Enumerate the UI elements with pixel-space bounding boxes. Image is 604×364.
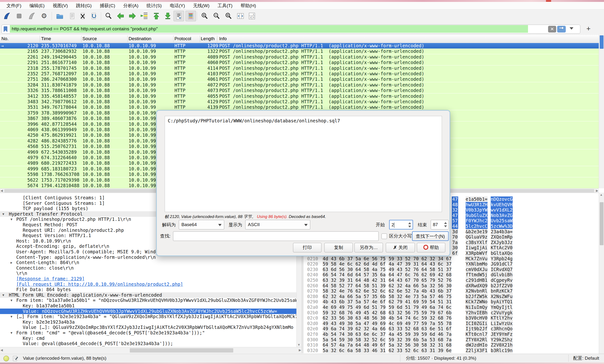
expander-open-icon[interactable]: ▼: [11, 330, 13, 336]
details-line[interactable]: Value: nDQzovcGhwU3R1ZHkvUEhQVHV0b3JpYWw…: [0, 309, 296, 314]
packet-row[interactable]: 2751286.24706830010.0.10.8810.0.10.99HTT…: [0, 76, 599, 82]
hex-row[interactable]: 02904b 43 6b 37 5a 57 4e 6f62 79 41 69 5…: [303, 299, 599, 304]
go-top-icon[interactable]: [151, 11, 162, 21]
hex-row[interactable]: 028062 32 4a 66 5a 57 35 6b58 32 4e 73 5…: [303, 294, 599, 299]
menu-item[interactable]: 捕获(C): [96, 2, 119, 10]
expander-open-icon[interactable]: ▼: [11, 298, 13, 303]
resize-columns-icon[interactable]: [235, 11, 246, 21]
scroll-left-arrow-icon[interactable]: ◀: [0, 349, 3, 352]
show-as-select[interactable]: ASCII: [245, 220, 310, 229]
scroll-right-arrow-icon[interactable]: ▶: [299, 349, 301, 352]
status-profile[interactable]: 配置: Default: [573, 354, 599, 363]
column-header-no[interactable]: No.: [1, 35, 9, 43]
decoded-bytes-area[interactable]: C:/phpStudy/PHPTutorial/WWW/onlineshop/d…: [165, 116, 442, 212]
hex-row[interactable]: 027058 32 4e 76 62 6e 52 6c62 6e 52 7a 4…: [303, 288, 599, 294]
spin-up-icon[interactable]: [444, 222, 447, 224]
details-line[interactable]: Key: cmd: [0, 336, 296, 341]
expander-open-icon[interactable]: ▼: [2, 211, 4, 217]
go-back-icon[interactable]: [115, 11, 126, 21]
start-spinner[interactable]: 2: [389, 220, 413, 229]
capture-options-icon[interactable]: ⚙: [39, 11, 49, 21]
expander-open-icon[interactable]: ▼: [11, 314, 13, 319]
packet-row[interactable]: 2291251.86167714010.0.10.8810.0.10.99HTT…: [0, 60, 599, 65]
scroll-left-arrow-icon[interactable]: ◀: [0, 189, 3, 192]
hex-row[interactable]: 031064 57 4a 7a 64 48 49 6f5a 32 56 30 5…: [303, 342, 599, 348]
hex-row[interactable]: 025063 32 39 31 64 48 42 3164 43 67 70 6…: [303, 277, 599, 283]
zoom-in-icon[interactable]: [199, 11, 210, 21]
menu-item[interactable]: 文件(F): [2, 2, 25, 10]
details-horizontal-scrollbar[interactable]: ◀ ▶: [0, 347, 302, 353]
bytes-vertical-scrollbar[interactable]: ▲: [599, 193, 604, 354]
open-file-icon[interactable]: [54, 11, 65, 21]
details-line[interactable]: Connection: close\r\n: [0, 265, 296, 271]
restart-capture-icon[interactable]: [26, 11, 37, 21]
hex-row[interactable]: 03005a 54 59 30 58 32 52 6c59 32 39 6b 5…: [303, 337, 599, 342]
column-header-info[interactable]: Info: [219, 35, 227, 43]
help-button[interactable]: 帮助: [417, 243, 445, 252]
column-header-source[interactable]: Source: [82, 35, 97, 43]
scrollbar-thumb[interactable]: [600, 35, 604, 49]
find-input[interactable]: [173, 231, 379, 241]
hex-row[interactable]: 02c062 33 56 30 63 48 56 304b 54 74 6c 5…: [303, 315, 599, 321]
hex-row[interactable]: 02f04b 54 74 30 63 6e 6c 374a 45 59 39 5…: [303, 331, 599, 337]
spin-up-icon[interactable]: [408, 222, 411, 224]
menu-item[interactable]: 电话(Y): [166, 2, 189, 10]
hex-row[interactable]: 02e049 6a 74 39 62 32 4a 6663 33 52 68 6…: [303, 326, 599, 331]
copy-button[interactable]: 复制: [324, 243, 353, 252]
save-as-button[interactable]: 另存为…: [354, 243, 383, 252]
column-separator[interactable]: [127, 36, 128, 42]
menu-item[interactable]: 统计(S): [142, 2, 166, 10]
details-line[interactable]: ▼Form item: "cmd" = "@eval(@base64_decod…: [0, 330, 296, 336]
column-separator[interactable]: [200, 36, 200, 42]
packet-row[interactable]: 3326315.78861100810.0.10.8810.0.10.99HTT…: [0, 88, 599, 93]
reload-file-icon[interactable]: [88, 11, 99, 21]
details-line[interactable]: [Full request URI: http://10.0.10.99/onl…: [0, 282, 296, 287]
hex-row[interactable]: 03205a 32 6c 6a 58 33 46 3162 33 52 6c 6…: [303, 348, 599, 353]
menu-item[interactable]: 无线(W): [189, 2, 214, 10]
close-file-icon[interactable]: [77, 11, 88, 21]
details-line[interactable]: Key: b2e3e1923a4b3a: [0, 319, 296, 325]
end-spinner[interactable]: 87: [431, 220, 449, 229]
hex-row[interactable]: 026064 58 52 77 64 58 51 3962 32 4a 66 5…: [303, 283, 599, 289]
column-header-protocol[interactable]: Protocol: [175, 35, 191, 43]
display-filter-input[interactable]: http.request.method == POST && http.requ…: [10, 25, 528, 33]
find-packet-icon[interactable]: [103, 11, 114, 21]
packet-row[interactable]: 2318255.17870174510.0.10.8810.0.10.99HTT…: [0, 65, 599, 71]
expander-open-icon[interactable]: ▼: [11, 216, 13, 222]
scrollbar-thumb[interactable]: [130, 348, 233, 352]
filter-dropdown-caret[interactable]: [570, 27, 573, 30]
menu-item[interactable]: 分析(A): [119, 2, 142, 10]
packet-row[interactable]: 3531349.76717804410.0.10.8810.0.10.99HTT…: [0, 104, 599, 110]
details-line[interactable]: Key: b1a37a0e1a50b1: [0, 303, 296, 309]
details-line[interactable]: ▼[…] Form item: "b2e3e1923a4b3a" = "QGlu…: [0, 314, 296, 319]
details-line[interactable]: \r\n: [0, 271, 296, 276]
start-capture-icon[interactable]: [1, 11, 12, 21]
menu-item[interactable]: 跳转(G): [72, 2, 96, 10]
column-separator[interactable]: [217, 36, 217, 42]
bookmark-icon[interactable]: [3, 26, 8, 32]
packet-row[interactable]: 3483342.79877061210.0.10.8810.0.10.99HTT…: [0, 99, 599, 104]
hex-row[interactable]: 022059 58 4e 6c 62 6d 4d 6f4a 47 39 31 6…: [303, 261, 599, 267]
scrollbar-thumb[interactable]: [600, 202, 604, 245]
go-to-packet-icon[interactable]: [139, 11, 150, 21]
find-next-button[interactable]: 查找下一个(N): [412, 231, 449, 241]
scroll-up-arrow-icon[interactable]: ▲: [600, 193, 603, 196]
scroll-down-arrow-icon[interactable]: ▼: [297, 343, 301, 347]
column-header-time[interactable]: Time: [41, 35, 51, 43]
details-line[interactable]: ▶Content-Length: 864\r\n: [0, 260, 296, 265]
go-bottom-icon[interactable]: [163, 11, 173, 21]
spinner-arrows[interactable]: [407, 221, 412, 229]
capture-comment-icon[interactable]: [13, 356, 18, 361]
spin-down-icon[interactable]: [444, 225, 447, 227]
scroll-right-arrow-icon[interactable]: ▶: [596, 189, 598, 192]
save-file-icon[interactable]: [67, 11, 77, 21]
column-header-length[interactable]: Length: [201, 35, 215, 43]
details-line[interactable]: Value: @eval(@base64_decode($_POST['b2e3…: [0, 341, 296, 346]
hex-row[interactable]: 02b059 32 68 76 49 45 42 6863 32 56 75 5…: [303, 310, 599, 315]
auto-scroll-icon[interactable]: [174, 11, 184, 21]
expert-info-icon[interactable]: [3, 356, 9, 361]
packet-list-vertical-scrollbar[interactable]: [599, 35, 604, 188]
go-forward-icon[interactable]: [127, 11, 138, 21]
details-line[interactable]: [Response in frame: 2129]: [0, 276, 296, 282]
details-line[interactable]: File Data: 864 bytes: [0, 287, 296, 292]
